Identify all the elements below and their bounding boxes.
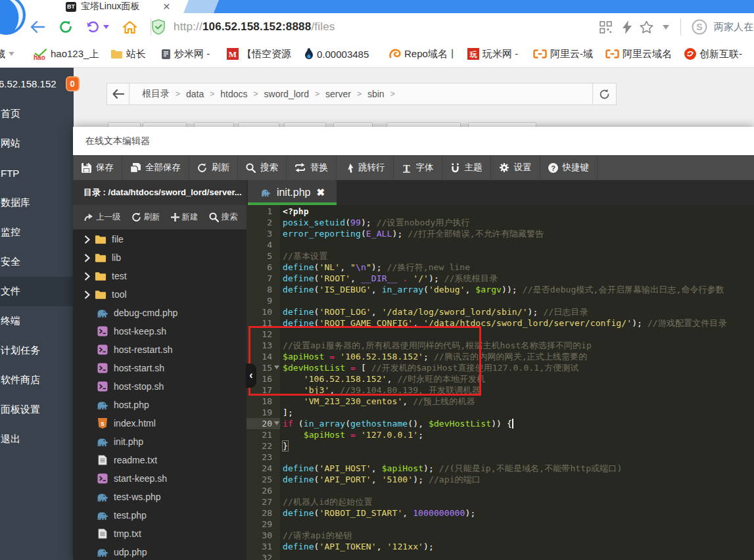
- breadcrumb-segment[interactable]: data: [186, 89, 204, 99]
- gutter-line-number[interactable]: 1: [247, 206, 280, 217]
- chevron-down-icon[interactable]: [663, 25, 669, 30]
- gutter-line-number[interactable]: 28: [247, 507, 280, 519]
- gutter-line-number[interactable]: 21: [247, 429, 280, 440]
- tree-item-test-ws.php[interactable]: test-ws.php: [73, 488, 247, 506]
- tree-item-test.php[interactable]: test.php: [73, 506, 247, 525]
- tree-item-host.php[interactable]: host.php: [73, 396, 247, 414]
- gutter-line-number[interactable]: 19: [247, 407, 280, 418]
- sidebar-item-文件[interactable]: 文件: [0, 277, 74, 306]
- tree-item-host-start.sh[interactable]: host-start.sh: [73, 359, 247, 377]
- tree-item-start-keep.sh[interactable]: start-keep.sh: [73, 469, 247, 488]
- gutter-line-number[interactable]: 8: [247, 284, 280, 295]
- chevron-right-icon[interactable]: [84, 254, 92, 262]
- sidebar-item-退出[interactable]: 退出: [0, 425, 74, 454]
- editor-tab-init-php[interactable]: init.php ✖: [248, 180, 337, 205]
- bookmark-item[interactable]: M【悟空资源: [227, 41, 291, 67]
- back-icon[interactable]: [30, 20, 45, 34]
- home-icon[interactable]: [122, 20, 137, 34]
- breadcrumb-segment[interactable]: sword_lord: [264, 89, 309, 99]
- extension-s-icon[interactable]: S: [692, 19, 707, 35]
- gutter-line-number[interactable]: 32: [247, 552, 280, 560]
- notification-badge[interactable]: 0: [66, 76, 80, 91]
- tree-item-tool[interactable]: tool: [73, 285, 247, 304]
- tree-item-readme.txt[interactable]: readme.txt: [73, 451, 247, 469]
- tree-item-host-stop.sh[interactable]: host-stop.sh: [73, 377, 247, 396]
- shield-icon[interactable]: [151, 19, 166, 35]
- toolbar-button-保存[interactable]: 保存: [73, 155, 122, 180]
- browser-logo[interactable]: [0, 0, 26, 35]
- tree-item-debug-cmd.php[interactable]: debug-cmd.php: [73, 304, 247, 322]
- extension-label[interactable]: 两家人在餐: [714, 21, 754, 34]
- toolbar-button-跳转行[interactable]: 跳转行: [337, 155, 394, 180]
- breadcrumb-segment[interactable]: 根目录: [142, 88, 170, 100]
- address-bar[interactable]: http://106.52.158.152:8888/files: [151, 16, 335, 38]
- tree-item-host-restart.sh[interactable]: host-restart.sh: [73, 340, 247, 359]
- tree-item-init.php[interactable]: init.php: [73, 432, 247, 451]
- toolbar-button-全部保存[interactable]: 全部保存: [122, 155, 189, 180]
- tree-item-tmp.txt[interactable]: tmp.txt: [73, 525, 247, 543]
- gutter-line-number[interactable]: 5: [247, 250, 280, 262]
- gutter-line-number[interactable]: 20: [247, 418, 280, 429]
- sidebar-item-首页[interactable]: 首页: [0, 99, 74, 129]
- gutter-line-number[interactable]: 10: [247, 306, 280, 317]
- star-icon[interactable]: [640, 20, 653, 34]
- qr-code-icon[interactable]: [600, 21, 612, 34]
- undo-icon[interactable]: [86, 20, 109, 34]
- toolbar-button-快捷键[interactable]: ?快捷键: [540, 155, 598, 180]
- bookmark-item[interactable]: 站长: [110, 41, 146, 67]
- toolbar-button-字体[interactable]: T字体: [394, 155, 442, 180]
- breadcrumb-segment[interactable]: sbin: [367, 89, 385, 99]
- bookmark-item[interactable]: 阿里云域名: [605, 41, 672, 67]
- url-text[interactable]: http://106.52.158.152:8888/files: [174, 20, 335, 34]
- sidebar-item-软件商店[interactable]: 软件商店: [0, 365, 74, 395]
- sidebar-item-安全[interactable]: 安全: [0, 247, 74, 277]
- sidebar-item-FTP[interactable]: FTP: [0, 158, 74, 188]
- gutter-line-number[interactable]: 25: [247, 474, 280, 485]
- sidebar-item-监控[interactable]: 监控: [0, 218, 74, 247]
- bookmark-item[interactable]: Repo域名丨: [389, 41, 458, 67]
- breadcrumb-back-button[interactable]: [107, 83, 130, 105]
- chevron-right-icon[interactable]: [84, 291, 92, 299]
- sidebar-item-网站[interactable]: 网站: [0, 129, 74, 158]
- gutter-line-number[interactable]: 24: [247, 463, 280, 474]
- editor-tab-close-icon[interactable]: ✖: [317, 187, 325, 198]
- bookmark-item[interactable]: 藏: [0, 41, 14, 67]
- tab-close-icon[interactable]: ✕: [162, 2, 170, 11]
- gutter-line-number[interactable]: 7: [247, 273, 280, 284]
- gutter-line-number[interactable]: 29: [247, 519, 280, 530]
- breadcrumb-refresh-button[interactable]: [592, 83, 616, 105]
- gutter-line-number[interactable]: 18: [247, 396, 280, 407]
- gutter-line-number[interactable]: 27: [247, 496, 280, 507]
- bookmark-item[interactable]: 创新互联-: [684, 41, 742, 67]
- lightning-icon[interactable]: [623, 20, 632, 34]
- gutter-line-number[interactable]: 23: [247, 452, 280, 463]
- gutter-line-number[interactable]: 2: [247, 217, 280, 228]
- chevron-right-icon[interactable]: [84, 272, 92, 281]
- breadcrumb-segment[interactable]: htdocs: [220, 89, 247, 99]
- toolbar-button-搜索[interactable]: 搜索: [238, 155, 287, 180]
- bookmark-item[interactable]: 阿里云-域: [533, 41, 593, 67]
- bookmark-item[interactable]: haohao123_上: [33, 41, 99, 67]
- tree-toolbar-button-刷新[interactable]: 刷新: [131, 212, 160, 223]
- tree-toolbar-button-搜索[interactable]: 搜索: [209, 212, 238, 223]
- bookmark-item[interactable]: 0.00003485: [304, 41, 369, 67]
- chevron-right-icon[interactable]: [84, 235, 92, 244]
- gutter-line-number[interactable]: 31: [247, 541, 280, 552]
- tree-item-host-keep.sh[interactable]: host-keep.sh: [73, 322, 247, 340]
- toolbar-button-设置[interactable]: 设置: [491, 155, 540, 180]
- tree-collapse-handle[interactable]: ‹: [246, 363, 256, 388]
- gutter-line-number[interactable]: 6: [247, 262, 280, 273]
- fold-caret-icon[interactable]: [274, 421, 279, 425]
- tree-item-index.html[interactable]: 5index.html: [73, 414, 247, 432]
- browser-tab[interactable]: BT 宝塔Linux面板 ✕: [66, 0, 170, 13]
- gutter-line-number[interactable]: 22: [247, 440, 280, 452]
- tree-item-udp.php[interactable]: udp.php: [73, 543, 247, 560]
- refresh-icon[interactable]: [59, 20, 73, 34]
- toolbar-button-替换[interactable]: 替换: [287, 155, 337, 180]
- tree-toolbar-button-新建[interactable]: 新建: [171, 212, 199, 223]
- tree-item-lib[interactable]: lib: [73, 248, 247, 267]
- toolbar-button-主题[interactable]: 主题: [442, 155, 491, 180]
- sidebar-item-面板设置[interactable]: 面板设置: [0, 395, 74, 425]
- bookmark-item[interactable]: 炒米网 -: [161, 41, 210, 67]
- gutter-line-number[interactable]: 3: [247, 228, 280, 239]
